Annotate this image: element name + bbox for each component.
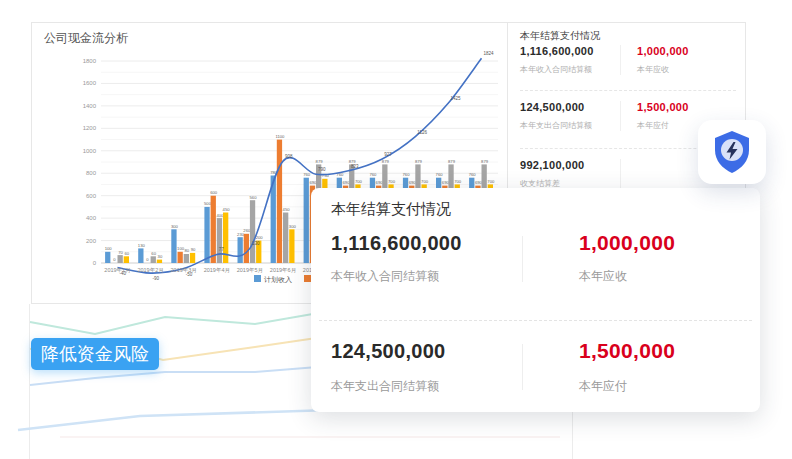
svg-text:690: 690: [309, 180, 317, 185]
svg-text:1600: 1600: [83, 80, 97, 86]
svg-text:600: 600: [86, 193, 97, 199]
svg-text:2019年6月: 2019年6月: [270, 267, 296, 274]
column-divider: [620, 45, 621, 75]
panel-title: 本年结算支付情况: [520, 29, 600, 43]
income-settlement-value: 1,116,600,000: [520, 45, 594, 57]
svg-text:400: 400: [216, 213, 224, 218]
shield-bolt-icon: [712, 130, 752, 174]
svg-text:450: 450: [283, 207, 291, 212]
popup-income-settlement-value: 1,116,600,000: [331, 232, 462, 255]
svg-text:450: 450: [223, 207, 231, 212]
svg-text:200: 200: [256, 235, 264, 240]
svg-text:0: 0: [113, 257, 116, 262]
svg-text:690: 690: [409, 180, 417, 185]
balance-value: 992,100,000: [520, 159, 584, 171]
popup-expense-settlement-value: 124,500,000: [331, 340, 446, 363]
svg-text:690: 690: [442, 180, 450, 185]
svg-text:30: 30: [158, 254, 163, 259]
popup-payable-label: 本年应付: [579, 378, 627, 395]
svg-text:1126: 1126: [417, 130, 427, 135]
payable-label: 本年应付: [637, 120, 669, 131]
svg-text:60: 60: [124, 251, 129, 256]
row-divider: [520, 90, 736, 91]
svg-text:700: 700: [487, 179, 495, 184]
svg-text:0: 0: [93, 260, 97, 266]
svg-text:500: 500: [204, 201, 212, 206]
payable-value: 1,500,000: [637, 101, 689, 113]
popup-receivable-label: 本年应收: [579, 268, 627, 285]
svg-text:90: 90: [191, 247, 196, 252]
svg-text:700: 700: [388, 179, 396, 184]
security-shield-card: [698, 120, 766, 184]
popup-payable-value: 1,500,000: [579, 339, 675, 363]
receivable-label: 本年应收: [637, 64, 669, 75]
income-settlement-label: 本年收入合同结算额: [520, 64, 592, 75]
popup-expense-settlement-label: 本年支出合同结算额: [331, 378, 439, 395]
svg-text:879: 879: [415, 159, 423, 164]
popup-column-divider: [522, 344, 523, 390]
svg-text:690: 690: [475, 180, 483, 185]
svg-text:260: 260: [243, 228, 251, 233]
svg-text:760: 760: [403, 172, 411, 177]
svg-text:879: 879: [448, 159, 456, 164]
column-divider: [620, 101, 621, 131]
svg-text:1425: 1425: [450, 96, 461, 101]
svg-text:2019年4月: 2019年4月: [204, 267, 230, 274]
svg-text:2019年5月: 2019年5月: [237, 267, 263, 274]
receivable-value: 1,000,000: [637, 45, 689, 57]
svg-text:690: 690: [376, 180, 384, 185]
svg-text:200: 200: [86, 238, 97, 244]
svg-text:690: 690: [343, 180, 351, 185]
svg-text:2019年2月: 2019年2月: [137, 267, 163, 274]
svg-text:1400: 1400: [83, 103, 97, 109]
svg-text:908: 908: [285, 154, 293, 159]
svg-text:70: 70: [118, 250, 123, 255]
svg-text:823: 823: [351, 164, 359, 169]
expense-settlement-label: 本年支出合同结算额: [520, 120, 592, 131]
svg-text:600: 600: [210, 190, 218, 195]
svg-text:700: 700: [454, 179, 462, 184]
svg-text:-90: -90: [153, 276, 160, 281]
svg-text:927: 927: [384, 152, 392, 157]
svg-text:1824: 1824: [484, 51, 495, 56]
svg-text:1200: 1200: [83, 125, 97, 131]
svg-text:700: 700: [355, 179, 363, 184]
svg-text:700: 700: [421, 179, 429, 184]
svg-text:560: 560: [250, 195, 258, 200]
popup-column-divider: [522, 236, 523, 282]
risk-badge[interactable]: 降低资金风险: [31, 338, 159, 370]
settlement-popup-card: 本年结算支付情况 1,116,600,000 本年收入合同结算额 1,000,0…: [311, 188, 760, 412]
svg-text:879: 879: [382, 159, 390, 164]
svg-text:2019年1月: 2019年1月: [104, 267, 130, 274]
svg-text:760: 760: [469, 172, 477, 177]
svg-text:77: 77: [219, 247, 225, 252]
svg-text:879: 879: [481, 159, 489, 164]
svg-text:2019年3月: 2019年3月: [171, 267, 197, 274]
svg-text:80: 80: [184, 248, 189, 253]
svg-text:100: 100: [105, 246, 113, 251]
svg-text:1000: 1000: [83, 148, 97, 154]
dashboard-screenshot: 公司现金流分析 02004006008001000120014001600180…: [0, 0, 792, 459]
column-divider: [620, 159, 621, 189]
popup-row-divider: [319, 320, 752, 321]
popup-receivable-value: 1,000,000: [579, 231, 675, 255]
svg-text:790: 790: [318, 167, 326, 172]
svg-text:1100: 1100: [275, 134, 285, 139]
svg-text:300: 300: [171, 224, 179, 229]
svg-text:计划收入: 计划收入: [264, 276, 292, 284]
svg-text:0: 0: [146, 257, 149, 262]
svg-text:1800: 1800: [83, 58, 97, 64]
expense-settlement-value: 124,500,000: [520, 101, 584, 113]
svg-text:760: 760: [369, 172, 377, 177]
svg-text:130: 130: [252, 241, 260, 246]
svg-text:760: 760: [436, 172, 444, 177]
svg-text:879: 879: [316, 159, 324, 164]
svg-text:300: 300: [289, 224, 297, 229]
svg-text:60: 60: [151, 251, 156, 256]
popup-income-settlement-label: 本年收入合同结算额: [331, 268, 439, 285]
svg-text:400: 400: [86, 215, 97, 221]
chart-title: 公司现金流分析: [44, 30, 128, 47]
svg-text:130: 130: [138, 243, 146, 248]
popup-title: 本年结算支付情况: [331, 200, 451, 219]
svg-text:760: 760: [303, 172, 311, 177]
